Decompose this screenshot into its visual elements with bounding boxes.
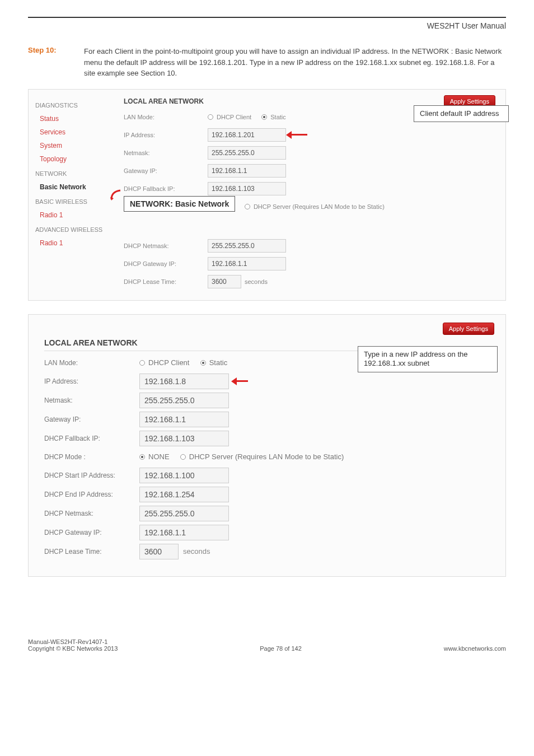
radio-dhcp-client-2[interactable] (139, 360, 145, 366)
netmask-input[interactable] (208, 146, 286, 160)
radio-dhcp-server-2[interactable] (180, 454, 186, 460)
lan-mode-label: LAN Mode: (124, 114, 208, 120)
sidebar: DIAGNOSTICS Status Services System Topol… (29, 90, 118, 300)
dhcp-netmask-input-2[interactable] (139, 506, 229, 521)
dhcp-gw-label: DHCP Gateway IP: (124, 260, 208, 267)
radio-dhcp-client-label: DHCP Client (217, 114, 251, 120)
ip-address-label: IP Address: (124, 132, 208, 138)
start-input[interactable] (139, 468, 229, 483)
radio-static-label-2: Static (209, 358, 228, 367)
dhcp-mode-radios-2[interactable]: NONE DHCP Server (Requires LAN Mode to b… (139, 452, 344, 461)
screenshot-panel-2: Apply Settings LOCAL AREA NETWORK LAN Mo… (28, 314, 506, 577)
radio-dhcp-server-label: DHCP Server (Requires LAN Mode to be Sta… (254, 203, 385, 210)
dhcp-gw-input[interactable] (208, 257, 286, 270)
dhcp-gw-label-2: DHCP Gateway IP: (44, 529, 139, 536)
gateway-label: Gateway IP: (124, 167, 208, 174)
arrow-icon-2 (231, 377, 249, 385)
nav-network: NETWORK (35, 170, 111, 177)
dhcp-netmask-label: DHCP Netmask: (124, 242, 208, 249)
callout-client-default-ip: Client default IP address (414, 105, 509, 123)
dhcp-mode-label-2: DHCP Mode : (44, 453, 139, 461)
gateway-label-2: Gateway IP: (44, 416, 139, 423)
step-label: Step 10: (28, 46, 84, 79)
header-title: WES2HT User Manual (28, 21, 506, 30)
lease-label-2: DHCP Lease Time: (44, 548, 139, 556)
ip-address-input[interactable] (208, 128, 286, 142)
dhcp-netmask-input[interactable] (208, 239, 286, 253)
header-rule (28, 17, 506, 18)
apply-settings-button-2[interactable]: Apply Settings (443, 323, 494, 335)
lease-input-2[interactable] (139, 544, 179, 559)
radio-static-label: Static (270, 114, 286, 120)
dhcp-netmask-label-2: DHCP Netmask: (44, 510, 139, 517)
nav-services[interactable]: Services (35, 125, 111, 139)
fallback-input[interactable] (208, 182, 286, 195)
netmask-input-2[interactable] (139, 393, 229, 408)
nav-status[interactable]: Status (35, 112, 111, 125)
lan-mode-radios-2[interactable]: DHCP Client Static (139, 358, 227, 367)
radio-none-2[interactable] (139, 454, 145, 460)
lease-input[interactable] (208, 275, 241, 288)
lease-unit: seconds (245, 278, 268, 285)
footer-right: www.kbcnetworks.com (444, 645, 506, 652)
radio-dhcp-server-label-2: DHCP Server (Requires LAN Mode to be Sta… (189, 452, 344, 461)
nav-topology[interactable]: Topology (35, 152, 111, 166)
page-footer: Manual-WES2HT-Rev1407-1 Copyright © KBC … (28, 638, 506, 652)
nav-radio1b[interactable]: Radio 1 (35, 236, 111, 250)
radio-static-2[interactable] (200, 360, 206, 366)
nav-diagnostics: DIAGNOSTICS (35, 102, 111, 109)
curve-arrow-icon (110, 189, 118, 197)
start-label: DHCP Start IP Address: (44, 472, 139, 479)
end-input[interactable] (139, 487, 229, 502)
radio-dhcp-server[interactable] (245, 204, 250, 209)
lan-mode-label2: LAN Mode: (44, 359, 139, 367)
nav-radio1a[interactable]: Radio 1 (35, 208, 111, 222)
radio-none-label-2: NONE (148, 452, 170, 461)
radio-dhcp-client-label-2: DHCP Client (148, 358, 189, 367)
netmask-label: Netmask: (124, 150, 208, 156)
footer-left-1: Manual-WES2HT-Rev1407-1 (28, 638, 118, 645)
step-text: For each Client in the point-to-multipoi… (84, 46, 506, 79)
radio-static[interactable] (261, 114, 267, 120)
arrow-icon (286, 131, 308, 139)
callout-new-ip: Type in a new IP address on the 192.168.… (358, 346, 498, 373)
radio-dhcp-client[interactable] (208, 114, 213, 120)
netmask-label-2: Netmask: (44, 396, 139, 404)
lease-label: DHCP Lease Time: (124, 278, 208, 285)
nav-adv-wireless: ADVANCED WIRELESS (35, 226, 111, 233)
lease-unit-2: seconds (183, 547, 210, 556)
end-label: DHCP End IP Address: (44, 491, 139, 498)
gateway-input-2[interactable] (139, 412, 229, 427)
footer-center: Page 78 of 142 (260, 645, 302, 652)
arrow-label-network-basic: NETWORK: Basic Network (124, 196, 235, 212)
fallback-label-2: DHCP Fallback IP: (44, 435, 139, 442)
nav-basic-network[interactable]: Basic Network (35, 180, 111, 194)
ip-address-input-2[interactable] (139, 374, 229, 389)
ip-address-label-2: IP Address: (44, 377, 139, 385)
nav-basic-wireless: BASIC WIRELESS (35, 198, 111, 205)
screenshot-panel-1: Apply Settings DIAGNOSTICS Status Servic… (28, 89, 506, 301)
section-heading: LOCAL AREA NETWORK (124, 97, 494, 105)
lan-mode-radios[interactable]: DHCP Client Static (208, 114, 286, 120)
footer-left-2: Copyright © KBC Networks 2013 (28, 645, 118, 652)
fallback-label: DHCP Fallback IP: (124, 185, 208, 192)
dhcp-gw-input-2[interactable] (139, 525, 229, 540)
nav-system[interactable]: System (35, 139, 111, 152)
gateway-input[interactable] (208, 164, 286, 178)
fallback-input-2[interactable] (139, 431, 229, 446)
